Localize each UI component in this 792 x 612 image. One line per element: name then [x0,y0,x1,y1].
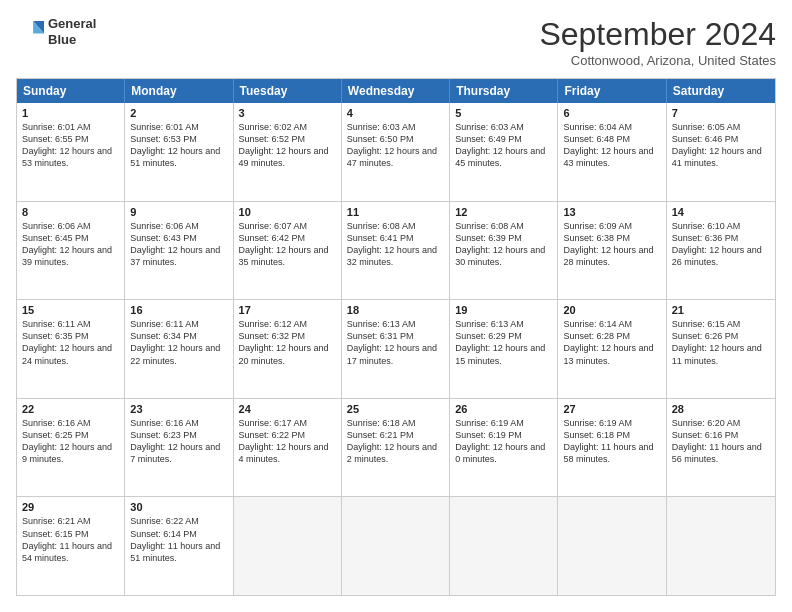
day-info: Sunrise: 6:03 AM Sunset: 6:49 PM Dayligh… [455,121,552,170]
day-header-wednesday: Wednesday [342,79,450,103]
day-number: 27 [563,403,660,415]
day-number: 7 [672,107,770,119]
day-number: 2 [130,107,227,119]
calendar-row-3: 22Sunrise: 6:16 AM Sunset: 6:25 PM Dayli… [17,399,775,498]
calendar-row-0: 1Sunrise: 6:01 AM Sunset: 6:55 PM Daylig… [17,103,775,202]
day-number: 19 [455,304,552,316]
day-info: Sunrise: 6:15 AM Sunset: 6:26 PM Dayligh… [672,318,770,367]
day-cell-16: 16Sunrise: 6:11 AM Sunset: 6:34 PM Dayli… [125,300,233,398]
calendar-header: SundayMondayTuesdayWednesdayThursdayFrid… [17,79,775,103]
day-cell-27: 27Sunrise: 6:19 AM Sunset: 6:18 PM Dayli… [558,399,666,497]
day-cell-1: 1Sunrise: 6:01 AM Sunset: 6:55 PM Daylig… [17,103,125,201]
day-info: Sunrise: 6:06 AM Sunset: 6:45 PM Dayligh… [22,220,119,269]
logo-line1: General [48,16,96,32]
day-number: 13 [563,206,660,218]
day-number: 22 [22,403,119,415]
day-info: Sunrise: 6:04 AM Sunset: 6:48 PM Dayligh… [563,121,660,170]
day-info: Sunrise: 6:13 AM Sunset: 6:29 PM Dayligh… [455,318,552,367]
day-cell-26: 26Sunrise: 6:19 AM Sunset: 6:19 PM Dayli… [450,399,558,497]
day-cell-21: 21Sunrise: 6:15 AM Sunset: 6:26 PM Dayli… [667,300,775,398]
day-info: Sunrise: 6:17 AM Sunset: 6:22 PM Dayligh… [239,417,336,466]
day-number: 14 [672,206,770,218]
day-cell-10: 10Sunrise: 6:07 AM Sunset: 6:42 PM Dayli… [234,202,342,300]
calendar-row-2: 15Sunrise: 6:11 AM Sunset: 6:35 PM Dayli… [17,300,775,399]
day-header-sunday: Sunday [17,79,125,103]
day-info: Sunrise: 6:01 AM Sunset: 6:55 PM Dayligh… [22,121,119,170]
day-info: Sunrise: 6:21 AM Sunset: 6:15 PM Dayligh… [22,515,119,564]
day-cell-3: 3Sunrise: 6:02 AM Sunset: 6:52 PM Daylig… [234,103,342,201]
day-number: 16 [130,304,227,316]
day-info: Sunrise: 6:13 AM Sunset: 6:31 PM Dayligh… [347,318,444,367]
day-cell-empty [342,497,450,595]
day-number: 21 [672,304,770,316]
day-number: 29 [22,501,119,513]
day-number: 24 [239,403,336,415]
day-info: Sunrise: 6:09 AM Sunset: 6:38 PM Dayligh… [563,220,660,269]
day-info: Sunrise: 6:08 AM Sunset: 6:39 PM Dayligh… [455,220,552,269]
calendar: SundayMondayTuesdayWednesdayThursdayFrid… [16,78,776,596]
day-number: 20 [563,304,660,316]
day-number: 10 [239,206,336,218]
day-cell-25: 25Sunrise: 6:18 AM Sunset: 6:21 PM Dayli… [342,399,450,497]
day-cell-empty [558,497,666,595]
calendar-row-4: 29Sunrise: 6:21 AM Sunset: 6:15 PM Dayli… [17,497,775,595]
day-info: Sunrise: 6:10 AM Sunset: 6:36 PM Dayligh… [672,220,770,269]
day-info: Sunrise: 6:18 AM Sunset: 6:21 PM Dayligh… [347,417,444,466]
day-cell-6: 6Sunrise: 6:04 AM Sunset: 6:48 PM Daylig… [558,103,666,201]
day-info: Sunrise: 6:06 AM Sunset: 6:43 PM Dayligh… [130,220,227,269]
day-number: 11 [347,206,444,218]
logo: General Blue [16,16,96,47]
day-number: 23 [130,403,227,415]
day-cell-28: 28Sunrise: 6:20 AM Sunset: 6:16 PM Dayli… [667,399,775,497]
day-cell-14: 14Sunrise: 6:10 AM Sunset: 6:36 PM Dayli… [667,202,775,300]
day-number: 1 [22,107,119,119]
location: Cottonwood, Arizona, United States [539,53,776,68]
day-cell-5: 5Sunrise: 6:03 AM Sunset: 6:49 PM Daylig… [450,103,558,201]
day-cell-2: 2Sunrise: 6:01 AM Sunset: 6:53 PM Daylig… [125,103,233,201]
day-info: Sunrise: 6:07 AM Sunset: 6:42 PM Dayligh… [239,220,336,269]
logo-icon [16,18,44,46]
day-cell-13: 13Sunrise: 6:09 AM Sunset: 6:38 PM Dayli… [558,202,666,300]
day-number: 30 [130,501,227,513]
day-cell-empty [667,497,775,595]
day-cell-19: 19Sunrise: 6:13 AM Sunset: 6:29 PM Dayli… [450,300,558,398]
day-info: Sunrise: 6:03 AM Sunset: 6:50 PM Dayligh… [347,121,444,170]
day-cell-29: 29Sunrise: 6:21 AM Sunset: 6:15 PM Dayli… [17,497,125,595]
month-title: September 2024 [539,16,776,53]
day-info: Sunrise: 6:16 AM Sunset: 6:23 PM Dayligh… [130,417,227,466]
logo-line2: Blue [48,32,96,48]
day-info: Sunrise: 6:20 AM Sunset: 6:16 PM Dayligh… [672,417,770,466]
day-info: Sunrise: 6:05 AM Sunset: 6:46 PM Dayligh… [672,121,770,170]
day-header-tuesday: Tuesday [234,79,342,103]
day-cell-9: 9Sunrise: 6:06 AM Sunset: 6:43 PM Daylig… [125,202,233,300]
day-number: 28 [672,403,770,415]
day-header-thursday: Thursday [450,79,558,103]
day-cell-22: 22Sunrise: 6:16 AM Sunset: 6:25 PM Dayli… [17,399,125,497]
day-info: Sunrise: 6:22 AM Sunset: 6:14 PM Dayligh… [130,515,227,564]
day-number: 26 [455,403,552,415]
day-cell-30: 30Sunrise: 6:22 AM Sunset: 6:14 PM Dayli… [125,497,233,595]
day-number: 18 [347,304,444,316]
day-number: 6 [563,107,660,119]
day-number: 3 [239,107,336,119]
day-number: 25 [347,403,444,415]
day-cell-18: 18Sunrise: 6:13 AM Sunset: 6:31 PM Dayli… [342,300,450,398]
day-number: 8 [22,206,119,218]
day-cell-empty [450,497,558,595]
day-cell-7: 7Sunrise: 6:05 AM Sunset: 6:46 PM Daylig… [667,103,775,201]
day-cell-4: 4Sunrise: 6:03 AM Sunset: 6:50 PM Daylig… [342,103,450,201]
day-cell-23: 23Sunrise: 6:16 AM Sunset: 6:23 PM Dayli… [125,399,233,497]
day-header-monday: Monday [125,79,233,103]
day-number: 4 [347,107,444,119]
day-info: Sunrise: 6:08 AM Sunset: 6:41 PM Dayligh… [347,220,444,269]
day-cell-20: 20Sunrise: 6:14 AM Sunset: 6:28 PM Dayli… [558,300,666,398]
day-info: Sunrise: 6:11 AM Sunset: 6:35 PM Dayligh… [22,318,119,367]
day-cell-12: 12Sunrise: 6:08 AM Sunset: 6:39 PM Dayli… [450,202,558,300]
day-cell-24: 24Sunrise: 6:17 AM Sunset: 6:22 PM Dayli… [234,399,342,497]
day-cell-empty [234,497,342,595]
day-number: 5 [455,107,552,119]
page: General Blue September 2024 Cottonwood, … [0,0,792,612]
header: General Blue September 2024 Cottonwood, … [16,16,776,68]
day-cell-17: 17Sunrise: 6:12 AM Sunset: 6:32 PM Dayli… [234,300,342,398]
day-number: 12 [455,206,552,218]
